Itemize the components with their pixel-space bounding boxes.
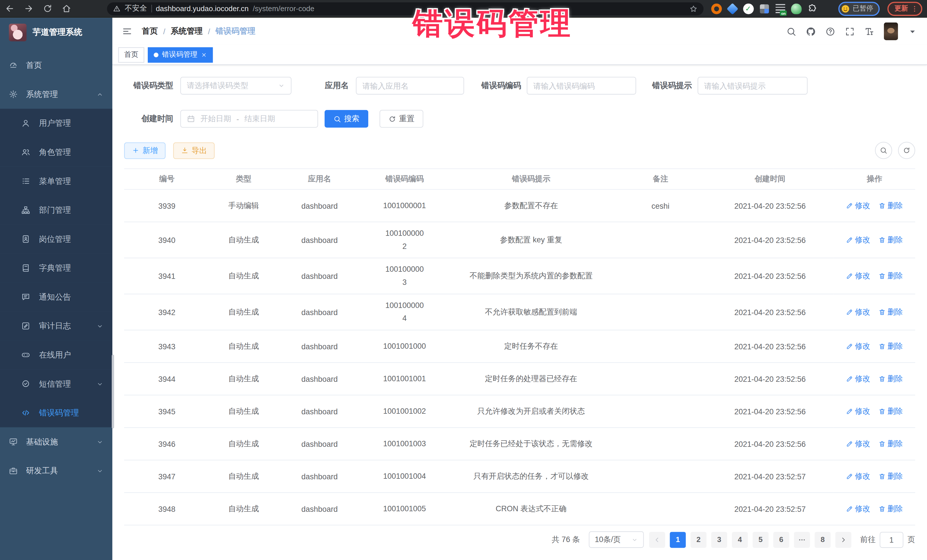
github-icon[interactable] [806, 26, 816, 36]
sidebar-item-基础设施[interactable]: 基础设施 [0, 427, 112, 457]
sidebar-item-用户管理[interactable]: 用户管理 [0, 109, 112, 138]
sidebar-scrollbar-thumb[interactable] [112, 355, 114, 428]
type-cell: 自动生成 [210, 395, 278, 428]
goto-page-input[interactable] [880, 531, 903, 548]
app-logo[interactable]: 芋道管理系统 [0, 18, 112, 47]
page-button-8[interactable]: 8 [815, 531, 831, 548]
puzzle-extensions-icon[interactable] [807, 3, 817, 14]
prev-page-button[interactable] [649, 531, 665, 548]
delete-link[interactable]: 删除 [878, 373, 903, 384]
bookmark-star-icon[interactable] [689, 5, 698, 13]
sidebar-item-部门管理[interactable]: 部门管理 [0, 196, 112, 225]
breadcrumb-item[interactable]: 首页 [142, 26, 158, 36]
sidebar-item-首页[interactable]: 首页 [0, 51, 112, 80]
search-icon [880, 147, 887, 154]
app-cell: dashboard [278, 395, 362, 428]
delete-link[interactable]: 删除 [878, 439, 903, 449]
browser-back-icon[interactable] [5, 3, 15, 14]
blue-gem-extension-icon[interactable] [726, 3, 738, 14]
edit-link[interactable]: 修改 [846, 471, 870, 482]
sidebar-item-审计日志[interactable]: 审计日志 [0, 311, 112, 340]
avatar-caret-down-icon[interactable] [907, 26, 918, 36]
create-time-range-picker[interactable]: 开始日期 - 结束日期 [180, 110, 318, 128]
export-button[interactable]: 导出 [173, 142, 214, 159]
sidebar-item-短信管理[interactable]: 短信管理 [0, 369, 112, 398]
delete-link[interactable]: 删除 [878, 235, 903, 245]
green-key-extension-icon[interactable] [791, 3, 801, 14]
orange-circle-extension-icon[interactable] [711, 3, 721, 14]
edit-link[interactable]: 修改 [846, 200, 870, 211]
close-icon[interactable] [201, 52, 207, 58]
logo-avatar [9, 24, 27, 41]
edit-link[interactable]: 修改 [846, 270, 870, 281]
browser-home-icon[interactable] [62, 3, 71, 14]
refresh-table-button[interactable] [898, 142, 915, 159]
not-secure-warning-icon[interactable] [113, 5, 121, 12]
hamburger-icon[interactable] [122, 26, 132, 36]
show-search-toggle-button[interactable] [875, 142, 892, 159]
delete-link[interactable]: 删除 [878, 200, 903, 211]
edit-link[interactable]: 修改 [846, 341, 870, 352]
edit-link[interactable]: 修改 [846, 235, 870, 245]
page-button-4[interactable]: 4 [732, 531, 748, 548]
tab-错误码管理[interactable]: 错误码管理 [148, 47, 213, 62]
page-button-5[interactable]: 5 [753, 531, 769, 548]
sidebar-item-岗位管理[interactable]: 岗位管理 [0, 225, 112, 254]
sidebar-item-在线用户[interactable]: 在线用户 [0, 340, 112, 370]
header-search-icon[interactable] [786, 26, 796, 36]
browser-reload-icon[interactable] [43, 3, 53, 14]
sidebar-item-菜单管理[interactable]: 菜单管理 [0, 167, 112, 196]
browser-menu-dots-icon[interactable] [910, 5, 919, 13]
user-avatar[interactable] [884, 23, 898, 40]
delete-link[interactable]: 删除 [878, 270, 903, 281]
page-button-3[interactable]: 3 [711, 531, 727, 548]
delete-link[interactable]: 删除 [878, 471, 903, 482]
grid-extension-icon[interactable] [760, 4, 769, 13]
browser-forward-icon[interactable] [24, 3, 33, 14]
app-name-input[interactable] [356, 77, 464, 94]
remark-cell [615, 330, 707, 363]
search-button[interactable]: 搜索 [325, 110, 368, 128]
page-button-2[interactable]: 2 [690, 531, 707, 548]
sidebar-item-字典管理[interactable]: 字典管理 [0, 253, 112, 282]
delete-link[interactable]: 删除 [878, 406, 903, 417]
tab-首页[interactable]: 首页 [119, 47, 144, 62]
error-hint-input[interactable] [698, 77, 808, 94]
sidebar-item-错误码管理[interactable]: 错误码管理 [0, 398, 112, 427]
edit-link[interactable]: 修改 [846, 406, 870, 417]
delete-link[interactable]: 删除 [878, 307, 903, 317]
list-on-extension-icon[interactable] [775, 4, 785, 14]
error-type-select[interactable]: 请选择错误码类型 [180, 77, 292, 94]
id-cell: 3940 [124, 222, 210, 258]
address-bar[interactable]: 不安全 dashboard.yudao.iocoder.cn/system/er… [107, 2, 703, 15]
page-size-select[interactable]: 10条/页 [589, 531, 644, 548]
page-button-6[interactable]: 6 [773, 531, 789, 548]
add-button[interactable]: 新增 [124, 142, 166, 159]
sidebar-item-角色管理[interactable]: 角色管理 [0, 138, 112, 167]
remark-cell [615, 428, 707, 460]
font-size-icon[interactable] [864, 26, 874, 36]
error-code-input[interactable] [527, 77, 636, 94]
fullscreen-icon[interactable] [845, 26, 855, 36]
edit-link[interactable]: 修改 [846, 307, 870, 317]
sidebar-item-系统管理[interactable]: 系统管理 [0, 80, 112, 109]
sidebar-item-研发工具[interactable]: 研发工具 [0, 456, 112, 485]
ops-cell: 修改删除 [834, 258, 915, 294]
edit-link[interactable]: 修改 [846, 504, 870, 514]
id-cell: 3948 [124, 493, 210, 525]
more-pages-button[interactable] [794, 531, 810, 548]
tab-label: 首页 [124, 50, 138, 59]
help-icon[interactable] [825, 26, 835, 36]
browser-profile-chip[interactable]: 已暂停 [838, 2, 880, 16]
edit-link[interactable]: 修改 [846, 439, 870, 449]
green-check-extension-icon[interactable]: ✓ [743, 3, 753, 14]
delete-link[interactable]: 删除 [878, 341, 903, 352]
reset-button[interactable]: 重置 [380, 110, 423, 128]
breadcrumb-item[interactable]: 系统管理 [171, 26, 203, 36]
sidebar-item-通知公告[interactable]: 通知公告 [0, 282, 112, 312]
next-page-button[interactable] [836, 531, 851, 548]
browser-update-button[interactable]: 更新 [887, 2, 922, 16]
delete-link[interactable]: 删除 [878, 504, 903, 514]
edit-link[interactable]: 修改 [846, 373, 870, 384]
page-button-1[interactable]: 1 [670, 531, 686, 548]
